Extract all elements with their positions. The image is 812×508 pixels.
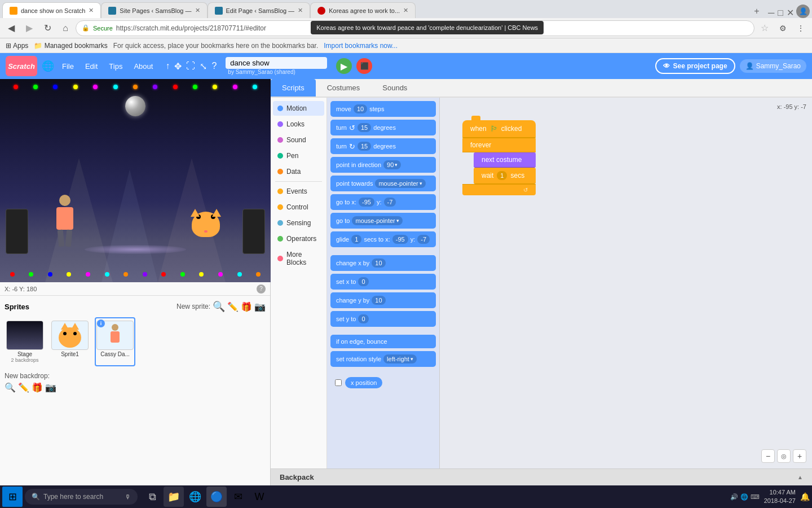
cat-data[interactable]: Data bbox=[273, 164, 324, 179]
file-menu[interactable]: File bbox=[59, 60, 77, 73]
help-icon[interactable]: ? bbox=[211, 61, 217, 71]
block-change-x[interactable]: change x by 10 bbox=[330, 255, 436, 271]
block-x-position-checkbox[interactable] bbox=[335, 379, 342, 386]
script-block-wait[interactable]: wait 1 secs bbox=[474, 168, 536, 184]
taskbar-mail[interactable]: ✉ bbox=[228, 487, 248, 507]
block-set-y[interactable]: set y to 0 bbox=[330, 311, 436, 327]
fullscreen-icon[interactable]: ⛶ bbox=[186, 61, 195, 71]
managed-bookmarks[interactable]: 📁 Managed bookmarks bbox=[34, 42, 107, 50]
chrome-menu-btn[interactable]: ⋮ bbox=[793, 20, 809, 36]
cat-sound[interactable]: Sound bbox=[273, 133, 324, 147]
block-goto-mouse[interactable]: go to mouse-pointer▾ bbox=[330, 213, 436, 229]
block-set-x[interactable]: set x to 0 bbox=[330, 274, 436, 290]
user-button[interactable]: 👤 Sammy_Sarao bbox=[740, 59, 806, 73]
new-tab-button[interactable]: + bbox=[750, 5, 764, 18]
block-goto-xy[interactable]: go to x: -95 y: -7 bbox=[330, 194, 436, 210]
maximize-button[interactable]: □ bbox=[778, 8, 783, 18]
home-button[interactable]: ⌂ bbox=[58, 20, 73, 36]
block-edge-bounce[interactable]: if on edge, bounce bbox=[330, 335, 436, 348]
apps-bookmark[interactable]: ⊞ Apps bbox=[6, 42, 28, 50]
about-menu[interactable]: About bbox=[130, 60, 156, 73]
backdrop-paint-btn[interactable]: ✏️ bbox=[18, 382, 29, 393]
reload-button[interactable]: ↻ bbox=[39, 20, 55, 36]
tab-close-sams1[interactable]: ✕ bbox=[195, 7, 200, 14]
tab-sams2[interactable]: Edit Page ‹ SamsBlog — ✕ bbox=[208, 2, 311, 18]
search-bar[interactable]: 🔍 Type here to search 🎙 bbox=[25, 489, 138, 505]
forward-button[interactable]: ▶ bbox=[21, 20, 37, 36]
backdrop-surprise-btn[interactable]: 🎁 bbox=[32, 382, 43, 393]
block-move[interactable]: move 10 steps bbox=[330, 101, 436, 117]
cat-more-blocks[interactable]: More Blocks bbox=[273, 247, 324, 270]
tab-close-sams2[interactable]: ✕ bbox=[298, 7, 303, 14]
tips-menu[interactable]: Tips bbox=[105, 60, 126, 73]
expand-icon[interactable]: ⤡ bbox=[200, 61, 207, 72]
close-button[interactable]: ✕ bbox=[787, 7, 794, 18]
block-point-towards[interactable]: point towards mouse-pointer▾ bbox=[330, 176, 436, 191]
header-stop-btn[interactable]: ⬛ bbox=[356, 58, 372, 74]
block-rotation-style[interactable]: set rotation style left-right▾ bbox=[330, 351, 436, 367]
header-green-flag[interactable]: ▶ bbox=[336, 58, 352, 74]
cat-sensing[interactable]: Sensing bbox=[273, 216, 324, 230]
cat-looks[interactable]: Looks bbox=[273, 117, 324, 132]
sprite-item-cassy[interactable]: i Cassy Da... bbox=[95, 317, 135, 366]
scratch-logo[interactable]: Scratch bbox=[6, 56, 37, 76]
cat-events[interactable]: Events bbox=[273, 184, 324, 199]
see-project-button[interactable]: 👁 See project page bbox=[655, 58, 735, 74]
project-name-input[interactable] bbox=[226, 57, 327, 69]
upload-icon[interactable]: ↑ bbox=[165, 61, 170, 71]
info-badge[interactable]: i bbox=[97, 319, 105, 327]
script-block-when-clicked[interactable]: when 🏳 clicked bbox=[462, 120, 536, 138]
move-icon[interactable]: ✥ bbox=[174, 61, 182, 72]
chrome-user-icon[interactable]: 👤 bbox=[796, 5, 810, 18]
cat-motion[interactable]: Motion bbox=[273, 101, 324, 116]
help-corner-btn[interactable]: ? bbox=[257, 284, 266, 294]
backdrop-upload-btn[interactable]: 📷 bbox=[45, 382, 56, 393]
taskbar-edge[interactable]: 🌐 bbox=[185, 487, 205, 507]
script-block-next-costume[interactable]: next costume bbox=[474, 152, 536, 168]
taskbar-chrome[interactable]: 🔵 bbox=[206, 487, 227, 507]
bookmark-star[interactable]: ☆ bbox=[757, 20, 773, 36]
new-sprite-find-btn[interactable]: 🔍 bbox=[213, 300, 225, 313]
new-sprite-paint-btn[interactable]: ✏️ bbox=[227, 301, 239, 312]
backpack-bar[interactable]: Backpack ▲ bbox=[271, 468, 812, 485]
tab-scratch[interactable]: dance show on Scratch ✕ bbox=[2, 2, 101, 18]
edit-menu[interactable]: Edit bbox=[82, 60, 101, 73]
block-change-y[interactable]: change y by 10 bbox=[330, 292, 436, 308]
sprite-item-stage[interactable]: Stage 2 backdrops bbox=[5, 317, 45, 366]
tab-news[interactable]: Koreas agree to work to... ✕ Koreas agre… bbox=[310, 2, 416, 18]
new-sprite-upload-btn[interactable]: 📷 bbox=[254, 301, 266, 312]
taskbar-task-view[interactable]: ⧉ bbox=[142, 487, 162, 507]
tab-close-scratch[interactable]: ✕ bbox=[89, 7, 94, 14]
sprite-item-1[interactable]: Sprite1 bbox=[50, 317, 90, 366]
new-sprite-surprise-btn[interactable]: 🎁 bbox=[241, 301, 252, 312]
import-bookmarks-link[interactable]: Import bookmarks now... bbox=[324, 42, 398, 50]
back-button[interactable]: ◀ bbox=[3, 20, 19, 36]
start-button[interactable]: ⊞ bbox=[2, 487, 23, 507]
tab-sounds[interactable]: Sounds bbox=[371, 79, 418, 97]
globe-icon[interactable]: 🌐 bbox=[42, 60, 54, 72]
zoom-out-btn[interactable]: − bbox=[761, 449, 775, 463]
minimize-button[interactable]: ─ bbox=[768, 8, 774, 18]
zoom-reset-btn[interactable]: ◎ bbox=[777, 449, 791, 463]
cat-pen[interactable]: Pen bbox=[273, 148, 324, 163]
block-x-position[interactable]: x position bbox=[330, 375, 436, 391]
cat-control[interactable]: Control bbox=[273, 200, 324, 214]
cat-sound-label: Sound bbox=[286, 136, 306, 144]
block-turn-ccw[interactable]: turn ↺ 15 degrees bbox=[330, 120, 436, 135]
zoom-in-btn[interactable]: + bbox=[793, 449, 806, 463]
taskbar-word[interactable]: W bbox=[249, 487, 270, 507]
taskbar-explorer[interactable]: 📁 bbox=[164, 487, 184, 507]
cat-operators[interactable]: Operators bbox=[273, 231, 324, 246]
taskbar-notification[interactable]: 🔔 bbox=[800, 492, 810, 501]
block-glide[interactable]: glide 1 secs to x: -95 y: -7 bbox=[330, 231, 436, 247]
scripts-canvas[interactable]: when 🏳 clicked forever bbox=[440, 98, 812, 468]
tab-costumes[interactable]: Costumes bbox=[316, 79, 372, 97]
block-turn-cw[interactable]: turn ↻ 15 degrees bbox=[330, 138, 436, 154]
tab-sams1[interactable]: Site Pages ‹ SamsBlog — ✕ bbox=[101, 2, 207, 18]
tab-scripts[interactable]: Scripts bbox=[271, 79, 316, 97]
extension-btn[interactable]: ⚙ bbox=[775, 20, 791, 36]
block-point-direction[interactable]: point in direction 90▾ bbox=[330, 157, 436, 173]
tab-close-news[interactable]: ✕ bbox=[403, 7, 408, 14]
backdrop-find-btn[interactable]: 🔍 bbox=[5, 382, 16, 393]
script-block-forever[interactable]: forever bbox=[462, 138, 536, 152]
